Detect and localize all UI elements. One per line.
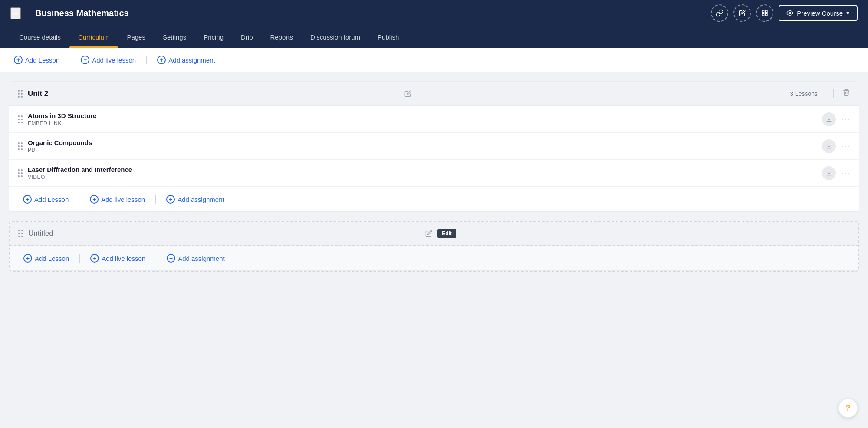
grid-icon-button[interactable] (756, 4, 773, 22)
lesson-atoms-actions: ··· (822, 112, 850, 126)
preview-dropdown-icon: ▾ (846, 9, 850, 17)
plus-icon-4: + (23, 195, 32, 204)
edit-icon-button[interactable] (733, 4, 751, 22)
plus-icon-8: + (90, 254, 99, 263)
lesson-organic-actions: ··· (822, 139, 850, 153)
unit-untitled-add-assignment-button[interactable]: + Add assignment (167, 254, 225, 263)
lesson-atoms-type: EMBED LINK (28, 120, 817, 126)
svg-point-4 (789, 12, 791, 14)
plus-icon-9: + (167, 254, 175, 263)
lesson-organic-info: Organic Compounds PDF (28, 139, 817, 153)
lesson-organic-drag-handle[interactable] (18, 142, 23, 150)
top-add-live-lesson-button[interactable]: + Add live lesson (81, 56, 136, 64)
course-nav: Course details Curriculum Pages Settings… (0, 26, 868, 48)
unit-2-edit-icon[interactable] (404, 90, 411, 97)
add-actions-divider-1 (70, 56, 70, 64)
top-add-actions: + Add Lesson + Add live lesson + Add ass… (0, 48, 868, 72)
unit-untitled-title: Untitled (28, 229, 417, 238)
unit-2-title: Unit 2 (28, 89, 396, 98)
lesson-laser-actions: ··· (822, 166, 850, 180)
lesson-organic-more-button[interactable]: ··· (841, 142, 850, 151)
svg-rect-1 (765, 10, 767, 13)
nav-item-drip[interactable]: Drip (232, 26, 262, 48)
lesson-laser-drag-handle[interactable] (18, 169, 23, 177)
header-actions: Preview Course ▾ (711, 4, 858, 22)
plus-icon: + (14, 56, 23, 64)
main-content: + Add Lesson + Add live lesson + Add ass… (0, 48, 868, 424)
nav-item-discussion-forum[interactable]: Discussion forum (302, 26, 369, 48)
unit-2-drag-handle[interactable] (18, 90, 23, 98)
unit-untitled-add-live-lesson-button[interactable]: + Add live lesson (90, 254, 145, 263)
unit-2-add-assignment-button[interactable]: + Add assignment (166, 195, 224, 204)
svg-rect-3 (765, 13, 767, 16)
plus-icon-3: + (157, 56, 166, 64)
svg-rect-2 (762, 13, 764, 16)
lesson-atoms-more-button[interactable]: ··· (841, 115, 850, 124)
unit-2-add-actions: + Add Lesson + Add live lesson + Add ass… (9, 187, 859, 212)
header: ← Business Mathematics (0, 0, 868, 26)
nav-item-curriculum[interactable]: Curriculum (69, 26, 118, 48)
lesson-atoms-drag-handle[interactable] (18, 115, 23, 123)
lesson-organic-download-button[interactable] (822, 139, 836, 153)
lesson-atoms-download-button[interactable] (822, 112, 836, 126)
nav-item-publish[interactable]: Publish (369, 26, 408, 48)
lesson-laser-info: Laser Diffraction and Interference VIDEO (28, 166, 817, 180)
add-actions-divider-2 (146, 56, 147, 64)
unit-untitled-drag-handle[interactable] (18, 230, 23, 237)
lesson-laser-download-button[interactable] (822, 166, 836, 180)
unit-2-add-live-lesson-button[interactable]: + Add live lesson (90, 195, 145, 204)
help-button[interactable]: ? (838, 398, 858, 418)
nav-item-pricing[interactable]: Pricing (195, 26, 232, 48)
lesson-atoms: Atoms in 3D Structure EMBED LINK ··· (9, 106, 859, 133)
lesson-atoms-title: Atoms in 3D Structure (28, 112, 817, 119)
plus-icon-7: + (23, 254, 32, 263)
back-button[interactable]: ← (10, 7, 21, 19)
plus-icon-2: + (81, 56, 89, 64)
unit-2-add-lesson-button[interactable]: + Add Lesson (23, 195, 69, 204)
nav-item-settings[interactable]: Settings (154, 26, 195, 48)
unit-2-lessons-count: 3 Lessons (790, 90, 818, 97)
lesson-laser-more-button[interactable]: ··· (841, 168, 850, 178)
course-title: Business Mathematics (35, 8, 704, 18)
preview-course-button[interactable]: Preview Course ▾ (779, 5, 858, 21)
lesson-laser: Laser Diffraction and Interference VIDEO… (9, 160, 859, 187)
unit-untitled-edit-icon[interactable] (425, 230, 432, 237)
plus-icon-6: + (166, 195, 175, 204)
unit-untitled-add-divider-1 (79, 254, 80, 263)
help-icon: ? (846, 404, 851, 413)
unit-2-add-divider-1 (79, 195, 79, 204)
lesson-organic: Organic Compounds PDF ··· (9, 133, 859, 160)
svg-rect-0 (762, 10, 764, 13)
lesson-laser-title: Laser Diffraction and Interference (28, 166, 817, 173)
unit-2-delete-button[interactable] (842, 89, 850, 99)
top-add-lesson-button[interactable]: + Add Lesson (14, 56, 59, 64)
unit-untitled-header: Untitled Edit (10, 222, 858, 246)
header-divider (28, 7, 28, 19)
top-add-assignment-button[interactable]: + Add assignment (157, 56, 215, 64)
nav-item-reports[interactable]: Reports (262, 26, 302, 48)
unit-2-add-divider-2 (155, 195, 156, 204)
lesson-organic-title: Organic Compounds (28, 139, 817, 146)
link-icon-button[interactable] (711, 4, 728, 22)
unit-untitled-add-actions: + Add Lesson + Add live lesson + Add ass… (10, 246, 858, 271)
lesson-organic-type: PDF (28, 147, 817, 153)
unit-2: Unit 2 3 Lessons (9, 81, 859, 212)
preview-course-label: Preview Course (797, 10, 843, 17)
unit-untitled-add-lesson-button[interactable]: + Add Lesson (23, 254, 69, 263)
unit-divider (833, 89, 834, 98)
unit-2-header: Unit 2 3 Lessons (9, 82, 859, 106)
unit-untitled: Untitled Edit + Add Lesson + Add live le… (9, 221, 859, 272)
lesson-atoms-info: Atoms in 3D Structure EMBED LINK (28, 112, 817, 126)
lesson-laser-type: VIDEO (28, 174, 817, 180)
unit-untitled-add-divider-2 (156, 254, 156, 263)
unit-untitled-edit-badge[interactable]: Edit (437, 229, 456, 238)
nav-item-course-details[interactable]: Course details (10, 26, 69, 48)
nav-item-pages[interactable]: Pages (118, 26, 154, 48)
plus-icon-5: + (90, 195, 99, 204)
